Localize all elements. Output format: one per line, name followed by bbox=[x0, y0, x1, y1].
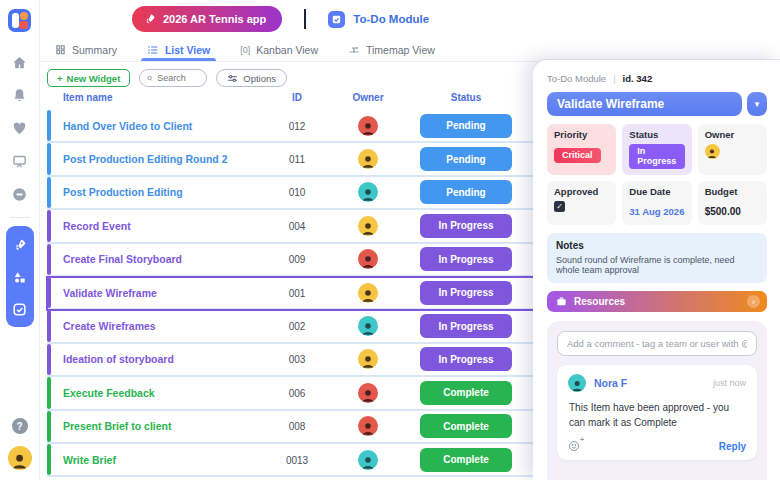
item-title-banner[interactable]: Validate Wireframe bbox=[547, 92, 742, 116]
item-id: 003 bbox=[277, 354, 317, 365]
approved-card[interactable]: Approved ✓ bbox=[547, 181, 616, 225]
col-owner[interactable]: Owner bbox=[348, 92, 388, 103]
breadcrumb-item-id: id. 342 bbox=[623, 73, 653, 84]
item-name[interactable]: Record Event bbox=[63, 220, 131, 232]
owner-avatar[interactable] bbox=[358, 149, 378, 169]
owner-card[interactable]: Owner bbox=[698, 124, 767, 175]
module-chip[interactable]: To-Do Module bbox=[328, 11, 429, 28]
owner-avatar[interactable] bbox=[358, 283, 378, 303]
tab-summary[interactable]: Summary bbox=[55, 38, 117, 61]
status-badge[interactable]: In Progress bbox=[420, 281, 512, 305]
priority-card[interactable]: Priority Critical bbox=[547, 124, 616, 175]
search-box[interactable] bbox=[139, 69, 207, 87]
owner-avatar[interactable] bbox=[358, 450, 378, 470]
row-accent-bar bbox=[47, 377, 51, 408]
resources-label: Resources bbox=[574, 296, 625, 307]
bell-icon[interactable] bbox=[8, 83, 32, 107]
chevron-right-icon[interactable]: › bbox=[747, 295, 760, 308]
item-name[interactable]: Create Wireframes bbox=[63, 320, 156, 332]
item-name[interactable]: Hand Over Video to Client bbox=[63, 120, 192, 132]
item-name[interactable]: Present Brief to client bbox=[63, 420, 172, 432]
project-badge[interactable]: 2026 AR Tennis app bbox=[132, 6, 282, 32]
owner-avatar[interactable] bbox=[358, 383, 378, 403]
breadcrumb-module: To-Do Module bbox=[547, 73, 606, 84]
budget-card[interactable]: Budget $500.00 bbox=[698, 181, 767, 225]
status-badge[interactable]: In Progress bbox=[420, 247, 512, 271]
tab-list-view[interactable]: List View bbox=[147, 38, 210, 61]
owner-avatar[interactable] bbox=[358, 416, 378, 436]
chevron-down-icon[interactable]: ▾ bbox=[747, 92, 767, 116]
item-name[interactable]: Post Production Editing bbox=[63, 186, 183, 198]
approved-checkbox[interactable]: ✓ bbox=[554, 201, 565, 212]
owner-avatar[interactable] bbox=[358, 316, 378, 336]
table-row[interactable]: Create Final Storyboard 009 In Progress bbox=[47, 244, 545, 277]
tab-timemap-view[interactable]: Timemap View bbox=[348, 38, 435, 61]
status-value-badge[interactable]: In Progress bbox=[629, 144, 684, 169]
table-row[interactable]: Record Event 004 In Progress bbox=[47, 210, 545, 243]
item-name[interactable]: Ideation of storyboard bbox=[63, 353, 174, 365]
minus-circle-icon[interactable] bbox=[8, 182, 32, 206]
reply-button[interactable]: Reply bbox=[719, 441, 746, 452]
monitor-icon[interactable] bbox=[8, 149, 32, 173]
status-badge[interactable]: Pending bbox=[420, 180, 512, 204]
status-badge[interactable]: Pending bbox=[420, 114, 512, 138]
owner-avatar[interactable] bbox=[358, 249, 378, 269]
search-input[interactable] bbox=[157, 73, 199, 83]
owner-avatar[interactable] bbox=[358, 216, 378, 236]
col-status[interactable]: Status bbox=[420, 92, 512, 103]
col-item-name[interactable]: Item name bbox=[63, 92, 112, 103]
header-divider bbox=[304, 9, 306, 29]
resources-bar[interactable]: Resources › bbox=[547, 291, 767, 312]
comment-input[interactable] bbox=[557, 331, 757, 356]
table-row[interactable]: Write Brief 0013 Complete bbox=[47, 444, 545, 477]
help-icon[interactable]: ? bbox=[12, 418, 28, 434]
tab-kanban-view[interactable]: [0] Kanban View bbox=[240, 38, 318, 61]
owner-avatar[interactable] bbox=[358, 116, 378, 136]
status-badge[interactable]: Pending bbox=[420, 147, 512, 171]
status-badge[interactable]: Complete bbox=[420, 414, 512, 438]
home-icon[interactable] bbox=[8, 50, 32, 74]
item-name[interactable]: Post Production Editing Round 2 bbox=[63, 153, 228, 165]
item-name[interactable]: Create Final Storyboard bbox=[63, 253, 182, 265]
table-row[interactable]: Hand Over Video to Client 012 Pending bbox=[47, 110, 545, 143]
status-badge[interactable]: In Progress bbox=[420, 314, 512, 338]
owner-avatar[interactable] bbox=[358, 349, 378, 369]
status-card[interactable]: Status In Progress bbox=[622, 124, 691, 175]
owner-avatar[interactable] bbox=[705, 144, 720, 159]
comment-author[interactable]: Nora F bbox=[594, 377, 627, 389]
table-row[interactable]: Create Wireframes 002 In Progress bbox=[47, 310, 545, 343]
rocket-icon bbox=[144, 13, 156, 25]
status-badge[interactable]: In Progress bbox=[420, 347, 512, 371]
heart-icon[interactable] bbox=[8, 116, 32, 140]
owner-avatar[interactable] bbox=[358, 182, 378, 202]
table-body: Hand Over Video to Client 012 Pending Po… bbox=[47, 110, 545, 477]
table-row[interactable]: Execute Feedback 006 Complete bbox=[47, 377, 545, 410]
comment-card: Nora F just now This Item have been appr… bbox=[557, 365, 757, 460]
table-row[interactable]: Ideation of storyboard 003 In Progress bbox=[47, 344, 545, 377]
item-name[interactable]: Validate Wireframe bbox=[63, 287, 157, 299]
status-badge[interactable]: Complete bbox=[420, 381, 512, 405]
table-row[interactable]: Post Production Editing Round 2 011 Pend… bbox=[47, 143, 545, 176]
status-badge[interactable]: Complete bbox=[420, 448, 512, 472]
options-button[interactable]: Options bbox=[216, 69, 287, 87]
table-row-selected[interactable]: Validate Wireframe 001 In Progress bbox=[47, 277, 545, 310]
rocket-icon[interactable] bbox=[8, 233, 32, 257]
user-avatar[interactable] bbox=[8, 446, 32, 470]
tab-label: Summary bbox=[72, 44, 117, 56]
col-id[interactable]: ID bbox=[277, 92, 317, 103]
briefcase-icon bbox=[556, 296, 567, 307]
add-reaction-icon[interactable]: + bbox=[568, 440, 580, 452]
app-logo[interactable] bbox=[8, 9, 31, 32]
status-badge[interactable]: In Progress bbox=[420, 214, 512, 238]
item-name[interactable]: Execute Feedback bbox=[63, 387, 155, 399]
due-date-value[interactable]: 31 Aug 2026 bbox=[629, 206, 684, 217]
table-row[interactable]: Present Brief to client 008 Complete bbox=[47, 411, 545, 444]
priority-value-badge[interactable]: Critical bbox=[554, 148, 601, 163]
table-row[interactable]: Post Production Editing 010 Pending bbox=[47, 177, 545, 210]
item-name[interactable]: Write Brief bbox=[63, 454, 116, 466]
new-widget-button[interactable]: + New Widget bbox=[47, 69, 130, 87]
todo-check-icon[interactable] bbox=[8, 297, 32, 321]
approved-label: Approved bbox=[554, 186, 609, 197]
due-date-card[interactable]: Due Date 31 Aug 2026 bbox=[622, 181, 691, 225]
shapes-icon[interactable] bbox=[8, 265, 32, 289]
